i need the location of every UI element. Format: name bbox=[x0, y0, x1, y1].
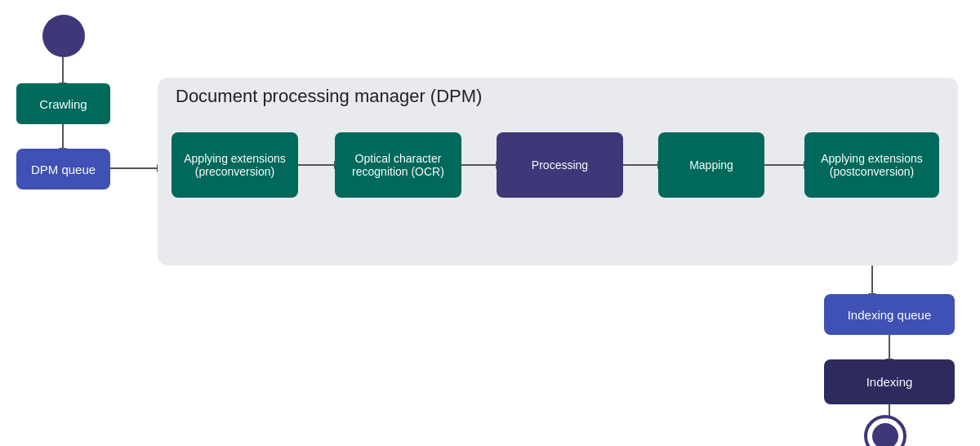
indexing-queue-label: Indexing queue bbox=[848, 308, 932, 322]
processing-box: Processing bbox=[497, 132, 623, 198]
arrow-indexing-queue-to-indexing bbox=[889, 335, 890, 359]
mapping-label: Mapping bbox=[689, 158, 733, 172]
arrow-ocr-to-processing bbox=[461, 164, 497, 166]
indexing-label: Indexing bbox=[866, 375, 913, 389]
diagram: Crawling DPM queue Document processing m… bbox=[0, 0, 980, 446]
mapping-box: Mapping bbox=[658, 132, 764, 198]
applying-post-label: Applying extensions (postconversion) bbox=[811, 152, 933, 178]
arrow-pre-to-ocr bbox=[298, 164, 335, 166]
ocr-box: Optical character recognition (OCR) bbox=[335, 132, 461, 198]
arrow-post-to-indexing-queue bbox=[871, 265, 873, 294]
dpm-queue-box: DPM queue bbox=[16, 149, 110, 190]
indexing-queue-box: Indexing queue bbox=[824, 294, 955, 335]
indexing-box: Indexing bbox=[824, 359, 955, 404]
crawling-label: Crawling bbox=[39, 97, 87, 111]
applying-pre-box: Applying extensions (preconversion) bbox=[172, 132, 298, 198]
crawling-box: Crawling bbox=[16, 83, 110, 124]
ocr-label: Optical character recognition (OCR) bbox=[341, 152, 455, 178]
end-node bbox=[864, 415, 906, 446]
arrow-dpm-to-panel bbox=[110, 167, 158, 169]
dpm-panel-title: Document processing manager (DPM) bbox=[176, 86, 482, 107]
applying-post-box: Applying extensions (postconversion) bbox=[804, 132, 939, 198]
arrow-mapping-to-post bbox=[764, 164, 804, 166]
dpm-queue-label: DPM queue bbox=[31, 163, 96, 176]
arrow-start-to-crawling bbox=[62, 57, 64, 83]
applying-pre-label: Applying extensions (preconversion) bbox=[178, 152, 292, 178]
processing-label: Processing bbox=[532, 158, 588, 172]
start-node bbox=[42, 15, 85, 57]
arrow-crawling-to-dpm bbox=[62, 124, 64, 149]
arrow-processing-to-mapping bbox=[623, 164, 658, 166]
end-node-inner bbox=[872, 423, 898, 446]
